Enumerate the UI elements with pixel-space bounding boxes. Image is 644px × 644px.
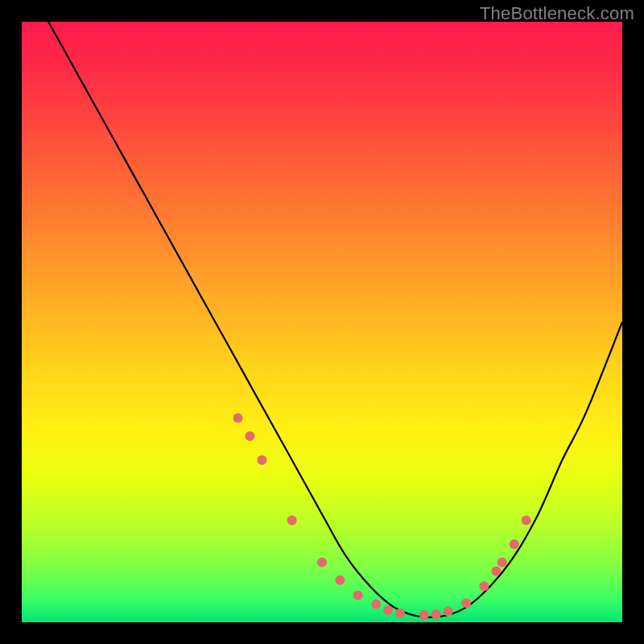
marker-point	[395, 609, 405, 618]
chart-frame: TheBottleneck.com	[0, 0, 644, 644]
marker-point	[444, 607, 453, 617]
marker-point	[371, 600, 381, 609]
watermark-text: TheBottleneck.com	[480, 3, 634, 24]
marker-point	[335, 576, 345, 585]
marker-point	[353, 590, 363, 600]
marker-point	[317, 557, 327, 567]
bottleneck-curve	[22, 22, 622, 622]
marker-point	[419, 610, 429, 620]
curve-markers	[233, 413, 531, 620]
marker-point	[233, 413, 243, 423]
marker-point	[245, 431, 254, 441]
marker-point	[461, 598, 471, 608]
marker-point	[257, 456, 266, 465]
marker-point	[522, 515, 531, 525]
marker-point	[287, 515, 297, 525]
marker-point	[491, 567, 501, 576]
marker-point	[497, 557, 507, 567]
curve-line	[22, 0, 622, 617]
marker-point	[383, 605, 393, 615]
marker-point	[510, 539, 519, 549]
marker-point	[431, 609, 441, 619]
marker-point	[479, 581, 489, 591]
plot-area	[22, 22, 622, 622]
